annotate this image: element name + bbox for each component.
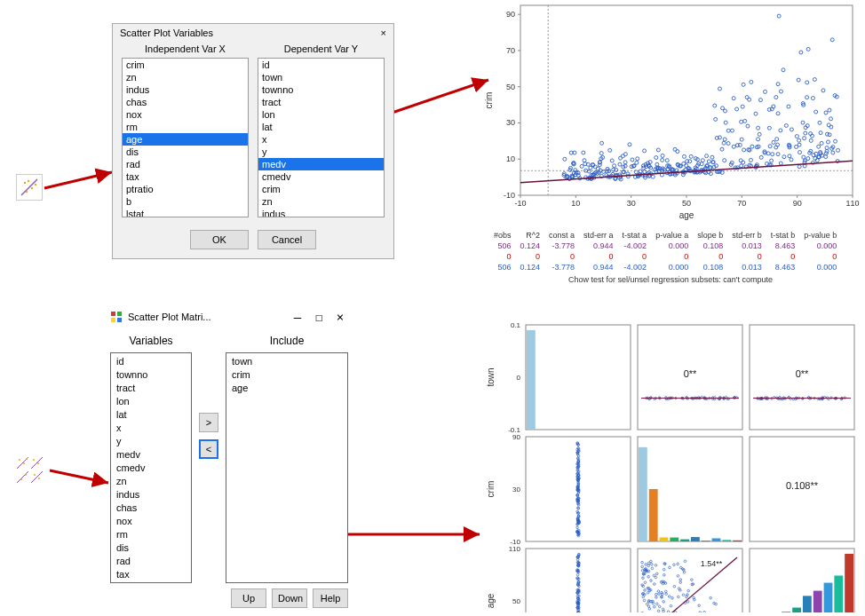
list-item[interactable]: tax bbox=[116, 568, 186, 581]
list-item[interactable]: chas bbox=[116, 501, 186, 515]
list-item[interactable]: town bbox=[258, 71, 384, 83]
svg-point-207 bbox=[797, 78, 800, 82]
help-button[interactable]: Help bbox=[313, 588, 348, 608]
svg-text:110: 110 bbox=[509, 545, 521, 553]
svg-point-435 bbox=[806, 47, 810, 51]
svg-text:30: 30 bbox=[506, 118, 515, 127]
list-item[interactable]: lon bbox=[116, 395, 186, 408]
svg-point-197 bbox=[634, 170, 638, 174]
list-item[interactable]: chas bbox=[123, 96, 248, 108]
list-item[interactable]: lon bbox=[258, 108, 384, 121]
svg-point-194 bbox=[750, 80, 753, 83]
list-item[interactable]: age bbox=[123, 133, 248, 146]
independent-var-label: Independent Var X bbox=[122, 42, 249, 58]
move-left-button[interactable]: < bbox=[199, 439, 218, 459]
list-item[interactable]: lstat bbox=[123, 208, 248, 217]
svg-point-927 bbox=[644, 581, 647, 584]
svg-point-377 bbox=[599, 152, 603, 155]
scatter-tool-icon[interactable] bbox=[16, 174, 43, 201]
list-item[interactable]: zn bbox=[116, 475, 186, 488]
list-item[interactable]: tax bbox=[123, 170, 248, 183]
dependent-var-listbox[interactable]: idtowntownnotractlonlatxymedvcmedvcrimzn… bbox=[258, 58, 385, 217]
list-item[interactable]: dis bbox=[116, 541, 186, 555]
list-item[interactable]: indus bbox=[116, 488, 186, 501]
close-icon[interactable]: × bbox=[332, 310, 348, 324]
list-item[interactable]: town bbox=[232, 355, 342, 368]
svg-point-341 bbox=[642, 166, 646, 170]
svg-point-284 bbox=[777, 14, 781, 18]
list-item[interactable]: lat bbox=[116, 408, 186, 422]
list-item[interactable]: medv bbox=[116, 448, 186, 462]
svg-point-216 bbox=[618, 162, 622, 166]
list-item[interactable]: indus bbox=[123, 83, 248, 96]
svg-point-893 bbox=[651, 563, 654, 565]
list-item[interactable]: id bbox=[116, 355, 186, 368]
dialog-title: Scatter Plot Variables bbox=[120, 28, 213, 38]
list-item[interactable]: rm bbox=[116, 528, 186, 541]
svg-point-875 bbox=[653, 605, 655, 608]
list-item[interactable]: id bbox=[258, 59, 384, 71]
svg-point-166 bbox=[723, 159, 726, 162]
list-item[interactable]: x bbox=[258, 133, 384, 146]
list-item[interactable]: age bbox=[232, 382, 342, 395]
list-item[interactable]: dis bbox=[123, 146, 248, 158]
include-listbox[interactable]: towncrimage bbox=[226, 352, 348, 583]
svg-point-217 bbox=[805, 96, 809, 99]
move-right-button[interactable]: > bbox=[199, 413, 218, 432]
scatter-matrix-tool-icon[interactable] bbox=[16, 456, 44, 485]
list-item[interactable]: indus bbox=[258, 208, 384, 217]
list-item[interactable]: crim bbox=[123, 59, 248, 71]
svg-point-347 bbox=[718, 87, 722, 91]
ok-button[interactable]: OK bbox=[190, 230, 249, 249]
svg-point-850 bbox=[651, 567, 654, 570]
list-item[interactable]: nox bbox=[123, 108, 248, 121]
list-item[interactable]: ptratio bbox=[123, 183, 248, 195]
svg-point-408 bbox=[820, 141, 823, 145]
minimize-icon[interactable]: — bbox=[290, 310, 306, 324]
list-item[interactable]: townno bbox=[258, 83, 384, 96]
list-item[interactable]: medv bbox=[258, 158, 384, 170]
svg-point-855 bbox=[650, 580, 653, 582]
svg-rect-968 bbox=[803, 596, 812, 612]
list-item[interactable]: townno bbox=[116, 368, 186, 382]
svg-point-65 bbox=[661, 158, 664, 162]
svg-text:70: 70 bbox=[737, 199, 746, 208]
svg-point-429 bbox=[829, 125, 833, 129]
svg-point-928 bbox=[655, 573, 658, 575]
list-item[interactable]: x bbox=[116, 422, 186, 435]
list-item[interactable]: nox bbox=[116, 515, 186, 528]
list-item[interactable]: crim bbox=[258, 183, 384, 195]
down-button[interactable]: Down bbox=[272, 588, 307, 608]
list-item[interactable]: tract bbox=[258, 96, 384, 108]
list-item[interactable]: rm bbox=[123, 121, 248, 133]
list-item[interactable]: tract bbox=[116, 382, 186, 395]
list-item[interactable]: zn bbox=[123, 71, 248, 83]
svg-rect-966 bbox=[782, 612, 790, 612]
up-button[interactable]: Up bbox=[231, 588, 266, 608]
list-item[interactable]: rad bbox=[116, 555, 186, 568]
svg-point-204 bbox=[563, 157, 567, 161]
regression-stats-table: #obsR^2const astd-err at-stat ap-value a… bbox=[488, 229, 842, 273]
independent-var-listbox[interactable]: crimzninduschasnoxrmagedisradtaxptratiob… bbox=[122, 58, 249, 217]
svg-point-941 bbox=[673, 585, 676, 588]
list-item[interactable]: cmedv bbox=[116, 462, 186, 475]
cancel-button[interactable]: Cancel bbox=[258, 230, 316, 249]
list-item[interactable]: b bbox=[123, 195, 248, 208]
list-item[interactable]: rad bbox=[123, 158, 248, 170]
close-icon[interactable]: × bbox=[381, 28, 386, 38]
variables-listbox[interactable]: idtownnotractlonlatxymedvcmedvzninduscha… bbox=[110, 352, 192, 583]
list-item[interactable]: crim bbox=[232, 368, 342, 382]
list-item[interactable]: y bbox=[258, 146, 384, 158]
list-item[interactable]: zn bbox=[258, 195, 384, 208]
svg-point-294 bbox=[804, 131, 807, 135]
svg-point-136 bbox=[828, 133, 831, 137]
maximize-icon[interactable]: ☐ bbox=[311, 310, 327, 324]
svg-point-431 bbox=[779, 129, 782, 132]
list-item[interactable]: cmedv bbox=[258, 170, 384, 183]
list-item[interactable]: lat bbox=[258, 121, 384, 133]
svg-text:30: 30 bbox=[512, 486, 520, 494]
list-item[interactable]: ptratio bbox=[116, 581, 186, 583]
svg-point-145 bbox=[787, 105, 790, 108]
list-item[interactable]: y bbox=[116, 435, 186, 448]
scatter-plot-matrix: 0**0**town-0.100.10.108**crim-1030901.54… bbox=[480, 320, 861, 612]
